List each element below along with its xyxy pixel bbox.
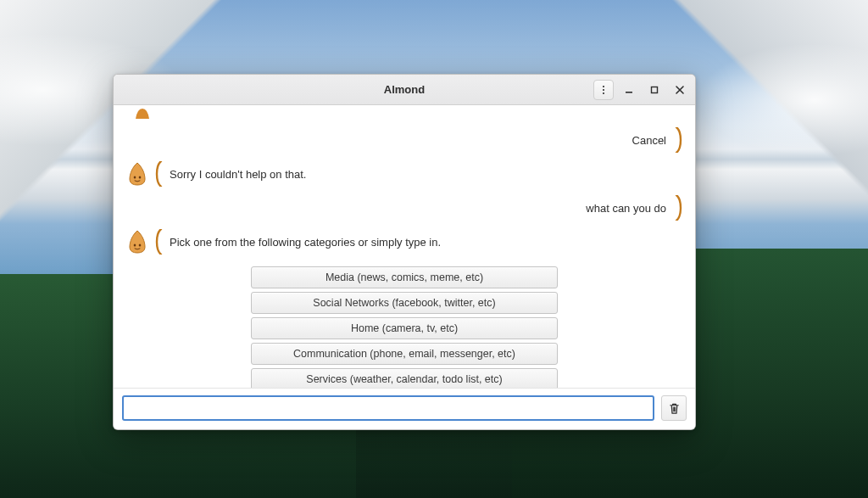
user-message-text: what can you do — [581, 202, 671, 215]
titlebar: Almond — [114, 75, 695, 105]
category-button-services[interactable]: Services (weather, calendar, todo list, … — [251, 368, 558, 388]
category-button-home[interactable]: Home (camera, tv, etc) — [251, 317, 558, 339]
category-button-communication[interactable]: Communication (phone, email, messenger, … — [251, 343, 558, 365]
user-message-row: what can you do — [125, 195, 683, 221]
category-button-list: Media (news, comics, meme, etc) Social N… — [125, 266, 683, 388]
window-controls — [593, 80, 695, 100]
svg-point-1 — [603, 88, 604, 90]
clear-button[interactable] — [661, 395, 687, 421]
almond-avatar-icon — [125, 230, 149, 254]
almond-avatar-icon — [125, 162, 149, 186]
previous-message-peek — [125, 107, 683, 119]
minimize-icon — [624, 85, 634, 95]
category-button-media[interactable]: Media (news, comics, meme, etc) — [251, 266, 558, 288]
svg-point-8 — [139, 243, 142, 246]
svg-point-7 — [134, 243, 136, 246]
svg-rect-3 — [626, 92, 632, 93]
svg-point-6 — [139, 176, 142, 178]
bot-message-text: Pick one from the following categories o… — [164, 236, 446, 249]
category-button-social[interactable]: Social Networks (facebook, twitter, etc) — [251, 292, 558, 314]
close-button[interactable] — [670, 80, 690, 100]
svg-rect-4 — [652, 87, 658, 92]
app-window: Almond Cancel — [113, 74, 696, 430]
bot-bracket-icon — [154, 161, 163, 187]
user-message-text: Cancel — [627, 134, 671, 147]
user-message-row: Cancel — [125, 127, 683, 153]
bot-message-text: Sorry I couldn't help on that. — [164, 168, 311, 181]
user-bracket-icon — [675, 127, 683, 153]
menu-button[interactable] — [593, 80, 614, 100]
user-bracket-icon — [675, 195, 683, 221]
bot-bracket-icon — [154, 229, 163, 255]
minimize-button[interactable] — [619, 80, 639, 100]
menu-icon — [598, 85, 609, 95]
trash-icon — [668, 402, 681, 415]
close-icon — [675, 85, 685, 95]
svg-point-5 — [134, 176, 136, 178]
svg-point-2 — [603, 92, 604, 93]
input-bar — [114, 388, 695, 429]
bot-message-row: Pick one from the following categories o… — [125, 229, 683, 255]
svg-point-0 — [603, 85, 604, 87]
conversation-area: Cancel Sorry I couldn't help on that. wh… — [114, 105, 695, 388]
maximize-icon — [649, 85, 659, 95]
maximize-button[interactable] — [644, 80, 665, 100]
message-input[interactable] — [122, 395, 654, 421]
bot-message-row: Sorry I couldn't help on that. — [125, 161, 683, 187]
